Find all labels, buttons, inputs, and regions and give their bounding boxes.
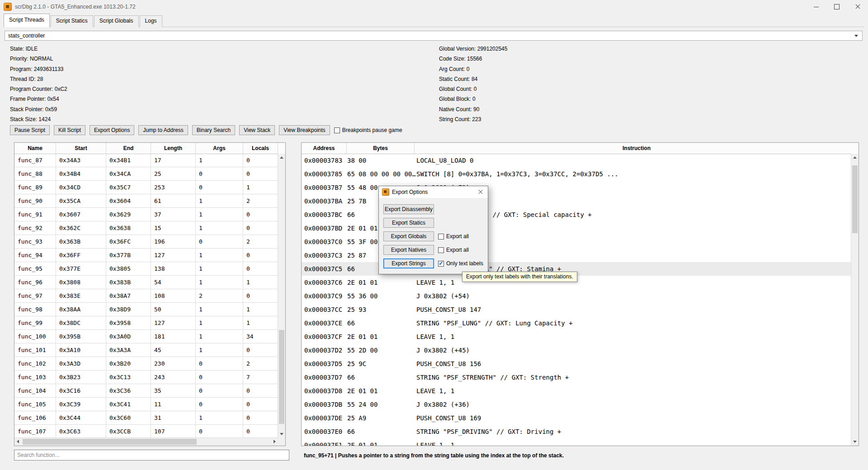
- maximize-button[interactable]: [826, 0, 847, 14]
- export-disassembly-button[interactable]: Export Disassembly: [383, 204, 434, 214]
- table-row[interactable]: func_1000x395B0x3A0D181134: [14, 330, 278, 343]
- tab-script-statics[interactable]: Script Statics: [51, 15, 93, 27]
- only-text-labels-option[interactable]: Only text labels: [438, 260, 483, 267]
- disassembly-row[interactable]: 0x000037DE25 A9PUSH_CONST_U8 169: [302, 411, 851, 425]
- cell: 0: [196, 167, 243, 181]
- scroll-down-icon[interactable]: [280, 433, 283, 435]
- breakpoints-pause-game-option[interactable]: Breakpoints pause game: [334, 127, 402, 133]
- cell: 45: [151, 343, 196, 357]
- disassembly-row[interactable]: 0x000037CC25 93PUSH_CONST_U8 147: [302, 303, 851, 316]
- export-all-option[interactable]: Export all: [438, 247, 469, 253]
- breakpoints-pause-game-checkbox[interactable]: [334, 127, 340, 133]
- export-options-button[interactable]: Export Options: [90, 125, 134, 135]
- column-header-length[interactable]: Length: [151, 143, 196, 154]
- export-natives-button[interactable]: Export Natives: [383, 245, 434, 255]
- export-all-checkbox[interactable]: [438, 234, 444, 240]
- search-input[interactable]: [14, 450, 289, 461]
- column-header-name[interactable]: Name: [14, 143, 56, 154]
- export-strings-button[interactable]: Export Strings: [383, 258, 434, 268]
- view-breakpoints-button[interactable]: View Breakpoints: [279, 125, 330, 135]
- functions-horizontal-scrollbar[interactable]: [14, 437, 278, 446]
- export-statics-button[interactable]: Export Statics: [383, 218, 434, 228]
- disassembly-row[interactable]: 0x000037E066STRING "PSF_DRIVING" // GXT:…: [302, 425, 851, 438]
- cell: 0x34A3: [56, 154, 106, 167]
- cell: 107: [151, 425, 196, 438]
- column-header-instruction[interactable]: Instruction: [415, 143, 859, 154]
- table-row[interactable]: func_1030x3B230x3C1324307: [14, 371, 278, 384]
- tab-script-globals[interactable]: Script Globals: [94, 15, 139, 27]
- dialog-row: Export GlobalsExport all: [383, 231, 483, 241]
- table-row[interactable]: func_900x35CA0x36046112: [14, 194, 278, 208]
- disassembly-row[interactable]: 0x000037D255 2D 00J 0x3802 (+45): [302, 343, 851, 357]
- disassembly-row[interactable]: 0x0000378338 00LOCAL_U8_LOAD 0: [302, 154, 851, 167]
- scrollbar-thumb[interactable]: [852, 165, 858, 233]
- disassembly-row[interactable]: 0x0000378565 08 00 00 00 00…SWITCH [8] 0…: [302, 167, 851, 181]
- export-all-option[interactable]: Export all: [438, 233, 469, 240]
- column-header-end[interactable]: End: [106, 143, 151, 154]
- disassembly-row[interactable]: 0x000037C955 36 00J 0x3802 (+54): [302, 289, 851, 303]
- pause-script-button[interactable]: Pause Script: [10, 125, 50, 135]
- column-header-locals[interactable]: Locals: [243, 143, 278, 154]
- column-header-args[interactable]: Args: [196, 143, 243, 154]
- cell: 0: [243, 154, 278, 167]
- minimize-button[interactable]: [806, 0, 826, 14]
- kill-script-button[interactable]: Kill Script: [54, 125, 85, 135]
- disassembly-row[interactable]: 0x000037D766STRING "PSF_STRENGTH" // GXT…: [302, 371, 851, 384]
- table-row[interactable]: func_910x36070x36293710: [14, 208, 278, 221]
- disassembly-row[interactable]: 0x000037DB55 24 00J 0x3802 (+36): [302, 398, 851, 411]
- table-row[interactable]: func_970x383E0x38A710820: [14, 289, 278, 303]
- scrollbar-thumb[interactable]: [23, 439, 197, 445]
- address-cell: 0x000037D8: [302, 384, 347, 398]
- disassembly-row[interactable]: 0x000037CE66STRING "PSF_LUNG" // GXT: Lu…: [302, 316, 851, 330]
- table-row[interactable]: func_1060x3C440x3C603110: [14, 411, 278, 425]
- table-row[interactable]: func_960x38080x383B5411: [14, 276, 278, 289]
- thread-selector[interactable]: stats_controller: [5, 31, 863, 41]
- table-row[interactable]: func_930x363B0x36FC19602: [14, 235, 278, 249]
- table-row[interactable]: func_1040x3C160x3C363500: [14, 384, 278, 398]
- disassembly-vertical-scrollbar[interactable]: [851, 154, 859, 446]
- table-row[interactable]: func_1050x3C390x3C411100: [14, 398, 278, 411]
- export-globals-button[interactable]: Export Globals: [383, 231, 434, 241]
- dialog-titlebar[interactable]: Export Options: [379, 186, 488, 198]
- table-row[interactable]: func_880x34B40x34CA2500: [14, 167, 278, 181]
- view-stack-button[interactable]: View Stack: [239, 125, 275, 135]
- cell: 1: [196, 343, 243, 357]
- close-button[interactable]: [847, 0, 868, 14]
- cell: 0: [243, 167, 278, 181]
- scrollbar-thumb[interactable]: [279, 330, 284, 424]
- bytes-cell: 66: [347, 371, 415, 384]
- scroll-right-icon[interactable]: [274, 440, 276, 443]
- table-row[interactable]: func_980x38AA0x38D95011: [14, 303, 278, 316]
- disassembly-row[interactable]: 0x000037D82E 01 01LEAVE 1, 1: [302, 384, 851, 398]
- table-row[interactable]: func_1020x3A3D0x3B2023002: [14, 357, 278, 371]
- tab-script-threads[interactable]: Script Threads: [4, 14, 50, 27]
- table-row[interactable]: func_950x377E0x380513810: [14, 262, 278, 276]
- scroll-down-icon[interactable]: [853, 441, 857, 443]
- jump-to-address-button[interactable]: Jump to Address: [138, 125, 188, 135]
- column-header-address[interactable]: Address: [302, 143, 347, 154]
- cell: 0x34CA: [106, 167, 151, 181]
- export-all-checkbox[interactable]: [438, 247, 444, 253]
- only-text-labels-checkbox[interactable]: [438, 261, 444, 267]
- scroll-up-icon[interactable]: [280, 156, 283, 159]
- functions-vertical-scrollbar[interactable]: [278, 154, 285, 438]
- disassembly-row[interactable]: 0x000037CF2E 01 01LEAVE 1, 1: [302, 330, 851, 343]
- table-row[interactable]: func_890x34CD0x35C725301: [14, 181, 278, 194]
- table-row[interactable]: func_990x38DC0x395812711: [14, 316, 278, 330]
- scroll-left-icon[interactable]: [17, 440, 19, 443]
- disassembly-row[interactable]: 0x000037E12E 01 01LEAVE 1, 1: [302, 438, 851, 446]
- dialog-close-button[interactable]: [473, 186, 488, 198]
- column-header-bytes[interactable]: Bytes: [347, 143, 415, 154]
- bytes-cell: 25 9C: [347, 357, 415, 371]
- table-row[interactable]: func_920x362C0x36381510: [14, 221, 278, 235]
- table-row[interactable]: func_940x36FF0x377B12710: [14, 249, 278, 262]
- scroll-up-icon[interactable]: [853, 156, 857, 159]
- table-row[interactable]: func_1010x3A100x3A3A4510: [14, 343, 278, 357]
- column-header-start[interactable]: Start: [56, 143, 106, 154]
- cell: 2: [243, 357, 278, 371]
- binary-search-button[interactable]: Binary Search: [192, 125, 235, 135]
- table-row[interactable]: func_1070x3C630x3CCB10700: [14, 425, 278, 438]
- disassembly-row[interactable]: 0x000037D525 9CPUSH_CONST_U8 156: [302, 357, 851, 371]
- table-row[interactable]: func_870x34A30x34B11710: [14, 154, 278, 167]
- tab-logs[interactable]: Logs: [140, 15, 162, 27]
